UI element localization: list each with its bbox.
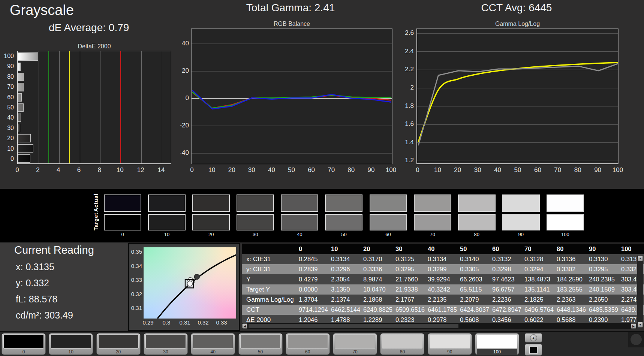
table-cell: 2.1374 (330, 295, 362, 305)
cie-chromaticity-chart: 0.350.340.330.320.310.290.30.310.320.33 (128, 243, 240, 331)
table-row: CCT9714.12946462.51446249.88256509.65166… (242, 305, 644, 315)
swatch-column-20: 20 (192, 194, 230, 237)
pattern-button-0[interactable]: 0 (1, 333, 46, 355)
table-cell: 2.3054 (330, 274, 362, 284)
deltae-bar-70 (18, 83, 24, 91)
pattern-swatch (288, 335, 328, 349)
table-row-label: ΔE 2000 (242, 315, 298, 323)
rgb-balance-chart-title: RGB Balance (191, 21, 392, 27)
scroll-down-icon[interactable]: ▼ (638, 322, 643, 328)
y-tick-label: 10 (0, 144, 16, 154)
table-horizontal-scrollbar[interactable]: ◀ ▶ (242, 323, 637, 329)
swatch-column-100: 100 (547, 194, 584, 237)
scroll-left-icon[interactable]: ◀ (242, 323, 247, 329)
table-cell: 240.2385 (588, 274, 620, 284)
table-cell: 138.4873 (524, 274, 556, 284)
table-column-header: 50 (459, 244, 491, 254)
table-cell: 0.5688 (556, 315, 588, 323)
current-reading-title: Current Reading (14, 244, 129, 256)
reading-fl-value: fL: 88.578 (16, 294, 129, 305)
pattern-button-50[interactable]: 50 (238, 333, 283, 355)
table-cell: 65.5115 (459, 284, 491, 295)
reference-line (69, 51, 70, 163)
gamma-loglog-chart (416, 28, 619, 164)
pattern-button-70[interactable]: 70 (333, 333, 377, 355)
x-tick-label: 30 (470, 166, 485, 174)
swatch-column-10: 10 (148, 194, 186, 237)
pattern-button-10[interactable]: 10 (49, 333, 93, 355)
swatch-level-label: 30 (237, 232, 274, 237)
cie-x-tick-label: 0.29 (140, 319, 156, 326)
y-tick-label: 20 (172, 67, 189, 75)
deltae-y-axis-labels: 1009080706050403020100 (0, 51, 16, 164)
y-tick-label: 1.8 (397, 102, 414, 110)
scroll-right-icon[interactable]: ▶ (631, 323, 636, 329)
pattern-button-80[interactable]: 80 (380, 333, 424, 355)
pattern-button-90[interactable]: 90 (428, 333, 472, 355)
x-tick-label: 80 (344, 166, 359, 174)
x-tick-label: 12 (133, 166, 148, 174)
table-cell: 40.3242 (427, 284, 459, 295)
cie-x-tick-label: 0.33 (213, 319, 230, 326)
swatch-column-80: 80 (458, 194, 496, 237)
pattern-label: 80 (382, 349, 422, 355)
table-cell: 0.3134 (427, 254, 459, 264)
y-tick-label: 2.6 (397, 29, 414, 37)
table-cell: 1.4788 (330, 315, 362, 323)
table-cell: 0.3170 (362, 254, 395, 264)
up-arrow-icon: ▲ (530, 334, 537, 341)
table-cell: 0.2845 (298, 254, 330, 264)
pattern-label: 40 (193, 349, 233, 355)
actual-swatch-100 (547, 194, 584, 212)
pattern-swatch (51, 335, 91, 349)
gridline (100, 51, 100, 163)
pattern-up-button[interactable]: ▲ (525, 333, 542, 343)
table-cell: 8.9874 (362, 274, 395, 284)
table-cell: 0.3305 (459, 264, 491, 274)
swatch-column-50: 50 (325, 194, 362, 237)
scrollbar-thumb[interactable] (249, 324, 458, 328)
pattern-swatch (430, 335, 470, 349)
table-cell: 0.3128 (524, 254, 556, 264)
x-tick-label: 100 (610, 166, 625, 174)
table-cell: 1.2046 (298, 315, 330, 323)
pattern-window-button[interactable] (525, 344, 542, 356)
pattern-label: 30 (145, 349, 186, 355)
table-cell: 6249.8825 (362, 305, 395, 315)
table-cell: 2.2135 (427, 295, 459, 305)
pattern-button-20[interactable]: 20 (96, 333, 141, 355)
table-header-row: 0102030405060708090100 (242, 244, 644, 254)
y-tick-label: 30 (0, 123, 16, 133)
pattern-button-30[interactable]: 30 (144, 333, 188, 355)
x-tick-label: 20 (450, 166, 465, 174)
x-tick-label: 40 (490, 166, 505, 174)
pattern-button-100[interactable]: 100 (475, 333, 519, 355)
gridline (141, 51, 142, 163)
table-column-header: 100 (620, 244, 644, 254)
cie-plot-area (144, 247, 236, 319)
table-cell: 6496.5764 (524, 305, 556, 315)
x-tick-label: 80 (570, 166, 585, 174)
x-tick-label: 100 (383, 166, 398, 174)
table-vertical-scrollbar[interactable]: ▲ ▼ (637, 256, 643, 328)
pattern-button-60[interactable]: 60 (286, 333, 330, 355)
scroll-up-icon[interactable]: ▲ (638, 256, 643, 261)
table-cell: 6485.5359 (588, 305, 620, 315)
pattern-button-40[interactable]: 40 (191, 333, 235, 355)
pattern-label: 0 (3, 349, 44, 355)
x-tick-label: 14 (154, 166, 169, 174)
table-cell: 0.3295 (395, 264, 427, 274)
cie-x-tick-label: 0.3 (158, 319, 175, 326)
pattern-label: 100 (477, 349, 517, 355)
target-swatch-10 (148, 214, 186, 230)
table-cell: 66.2603 (459, 274, 491, 284)
cie-x-tick-label: 0.31 (177, 319, 193, 326)
table-cell: 2.1825 (524, 295, 556, 305)
pattern-swatch (335, 335, 375, 349)
table-row: Target Y0.00003.135010.047021.933840.324… (242, 284, 644, 295)
cie-x-tick-label: 0.32 (195, 319, 211, 326)
target-swatch-50 (325, 214, 362, 230)
target-swatch-0 (104, 214, 141, 230)
actual-swatch-10 (148, 194, 186, 212)
y-tick-label: 40 (0, 113, 16, 123)
